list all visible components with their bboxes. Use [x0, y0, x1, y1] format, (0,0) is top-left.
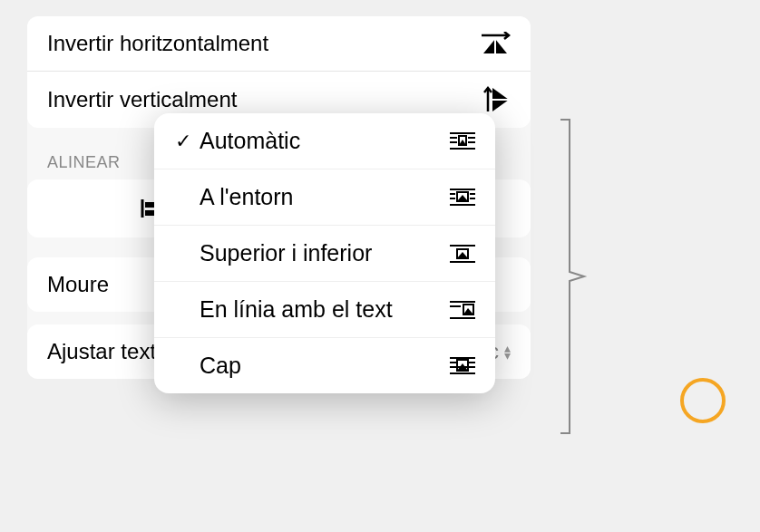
flip-group: Invertir horitzontalment Invertir vertic…	[27, 16, 531, 128]
wrap-around-icon	[441, 187, 477, 208]
svg-marker-43	[463, 308, 473, 314]
svg-marker-38	[457, 252, 468, 258]
wrap-option-around[interactable]: A l'entorn	[154, 169, 495, 226]
flip-vertical-icon	[480, 86, 511, 113]
wrap-option-label: Cap	[200, 353, 441, 379]
flip-horizontal-row[interactable]: Invertir horitzontalment	[27, 16, 531, 72]
flip-vertical-label: Invertir verticalment	[47, 87, 480, 112]
flip-horizontal-icon	[480, 32, 511, 55]
wrap-option-label: A l'entorn	[200, 184, 441, 210]
wrap-option-none[interactable]: Cap	[154, 338, 495, 393]
wrap-above-below-icon	[441, 243, 477, 265]
wrap-none-icon	[441, 355, 477, 377]
wrap-option-label: Superior i inferior	[200, 240, 441, 266]
wrap-option-label: En línia amb el text	[200, 296, 441, 323]
wrap-option-above-below[interactable]: Superior i inferior	[154, 226, 495, 282]
checkmark-icon: ✓	[167, 130, 200, 153]
wrap-option-automatic[interactable]: ✓ Automàtic	[154, 113, 495, 169]
text-wrap-popup: ✓ Automàtic A l'entorn	[154, 113, 495, 393]
text-wrap-label: Ajustar text	[47, 339, 156, 364]
wrap-option-inline[interactable]: En línia amb el text	[154, 282, 495, 338]
svg-marker-32	[457, 195, 468, 201]
move-label: Moure	[47, 272, 109, 297]
svg-marker-24	[459, 140, 466, 145]
wrap-option-label: Automàtic	[200, 128, 441, 154]
wrap-auto-icon	[441, 131, 477, 152]
callout-bracket	[559, 118, 588, 435]
highlight-circle	[680, 378, 726, 423]
flip-horizontal-label: Invertir horitzontalment	[47, 31, 480, 56]
popup-chevron-icon: ▴▾	[504, 344, 511, 359]
wrap-inline-icon	[441, 299, 477, 321]
